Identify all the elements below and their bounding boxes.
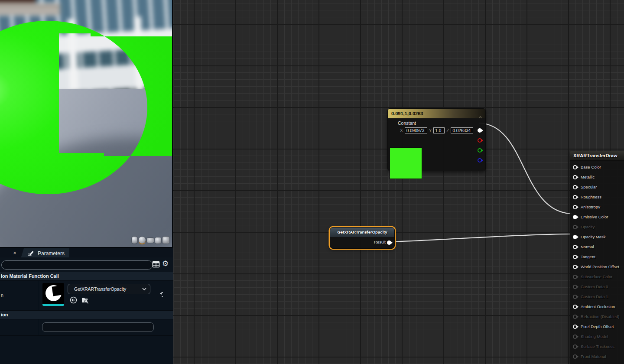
input-pin-icon[interactable] [573,185,577,189]
input-pin-icon[interactable] [573,275,577,279]
browse-to-asset-icon[interactable] [81,296,89,304]
constant-node-body: Constant X Y Z [388,118,485,171]
input-pin-label: Opacity Mask [581,234,606,239]
input-pin-icon[interactable] [573,285,577,289]
chevron-down-icon [142,288,146,290]
input-pin-label: Emissive Color [581,214,608,219]
mesh-cylinder-button[interactable] [132,237,137,244]
wire-constant-to-emissive[interactable] [479,123,572,214]
mesh-teapot-button[interactable] [162,237,169,244]
output-node-body: Base ColorMetallicSpecularRoughnessAniso… [570,161,624,364]
material-function-row: n GetXRARTransferOpacity [0,281,173,310]
preview-viewport[interactable] [0,0,173,247]
constant-node-title: 0.091,1,0.0263 [391,111,423,116]
input-pin-icon[interactable] [573,175,577,179]
input-pin-label: Subsurface Color [581,274,612,279]
details-panel: ⚙ ion Material Function Call n GetXRARTr… [0,257,173,364]
constant-node-header[interactable]: 0.091,1,0.0263 [388,109,485,118]
mesh-sphere-button[interactable] [139,237,146,244]
input-pin-label: Custom Data 0 [581,284,608,289]
output-pin-row[interactable]: Tangent [570,252,624,262]
x-value-field[interactable] [405,127,427,133]
output-pin-row[interactable]: Custom Data 0 [570,282,624,292]
z-axis-label: Z [446,128,449,133]
preview-mesh-sphere [0,0,172,247]
output-pin-row[interactable]: Refraction (Disabled) [570,312,624,322]
tab-parameters[interactable]: Parameters [21,248,69,258]
input-pin-icon[interactable] [573,195,577,199]
b-output-pin[interactable] [478,158,482,162]
output-pin-row[interactable]: Pixel Depth Offset [570,322,624,332]
input-pin-icon[interactable] [573,245,577,249]
material-editor-window: 0.091,1,0.0263 Constant X Y Z [0,0,624,364]
input-pin-label: Metallic [581,175,595,179]
output-pin-row[interactable]: Base Color [570,162,624,172]
input-pin-icon[interactable] [573,315,577,319]
input-pin-icon[interactable] [573,255,577,259]
input-pin-icon[interactable] [573,305,577,309]
input-pin-icon[interactable] [573,205,577,209]
input-pin-icon[interactable] [573,295,577,299]
use-selected-asset-icon[interactable] [70,296,77,304]
material-output-node[interactable]: XRARTransferDraw Base ColorMetallicSpecu… [570,151,624,364]
left-panel: × Parameters [0,0,173,364]
result-output-pin[interactable] [387,240,391,245]
material-function-dropdown[interactable]: GetXRARTransferOpacity [68,284,150,294]
description-input[interactable] [42,322,154,332]
input-pin-label: Custom Data 1 [581,294,608,299]
search-row: ⚙ [0,257,173,272]
output-pin-row[interactable]: Roughness [570,192,624,202]
output-pin-row[interactable]: Metallic [570,172,624,182]
rgb-output-pin[interactable] [478,128,482,133]
input-pin-label: Specular [581,185,597,189]
function-node-title[interactable]: GetXRARTransferOpacity [330,228,394,237]
output-pin-row[interactable]: Shading Model [570,332,624,341]
output-pin-row[interactable]: Normal [570,242,624,252]
input-pin-icon[interactable] [573,344,577,349]
constant-node[interactable]: 0.091,1,0.0263 Constant X Y Z [387,108,486,171]
output-pin-row[interactable]: World Position Offset [570,262,624,272]
input-pin-icon[interactable] [573,165,577,169]
input-pin-icon[interactable] [573,235,577,239]
function-call-node[interactable]: GetXRARTransferOpacity Result [330,227,395,249]
output-pin-row[interactable]: Custom Data 1 [570,292,624,302]
output-pin-row[interactable]: Ambient Occlusion [570,302,624,312]
r-output-pin[interactable] [478,138,482,143]
output-pin-row[interactable]: Subsurface Color [570,272,624,282]
result-pin-label: Result [374,240,386,244]
z-value-field[interactable] [451,127,473,133]
view-options-table-icon[interactable] [152,260,160,270]
input-pin-label: Roughness [581,195,601,199]
output-node-title[interactable]: XRARTransferDraw [570,151,624,161]
input-pin-icon[interactable] [573,215,577,219]
output-pin-row[interactable]: Specular [570,182,624,192]
output-pin-row[interactable]: Anisotropy [570,202,624,212]
material-function-thumbnail[interactable] [42,283,64,306]
y-value-field[interactable] [433,127,445,133]
output-pin-row[interactable]: Opacity [570,222,624,232]
settings-gear-icon[interactable]: ⚙ [162,259,169,268]
mesh-cube-button[interactable] [155,237,161,244]
g-output-pin[interactable] [478,148,482,153]
input-pin-icon[interactable] [573,335,577,339]
description-row [0,319,173,336]
reset-to-default-icon[interactable] [156,292,163,300]
output-pin-row[interactable]: Surface Thickness [570,341,624,351]
collapse-chevron-icon[interactable] [478,112,482,118]
tab-close-button[interactable]: × [11,249,18,257]
input-pin-icon[interactable] [573,354,577,359]
mesh-plane-button[interactable] [147,238,154,243]
constant-label: Constant [398,120,416,126]
x-axis-label: X [400,128,403,133]
input-pin-label: Tangent [581,254,595,259]
input-pin-icon[interactable] [573,325,577,329]
input-pin-icon[interactable] [573,225,577,229]
input-pin-label: Anisotropy [581,205,600,209]
constant-xyz-row: X Y Z [400,127,473,133]
output-pin-row[interactable]: Opacity Mask [570,232,624,242]
output-pin-row[interactable]: Front Material [570,351,624,361]
wire-result-to-opacity-mask[interactable] [389,234,572,242]
output-pin-row[interactable]: Emissive Color [570,212,624,222]
input-pin-icon[interactable] [573,265,577,269]
search-input[interactable] [1,260,153,270]
